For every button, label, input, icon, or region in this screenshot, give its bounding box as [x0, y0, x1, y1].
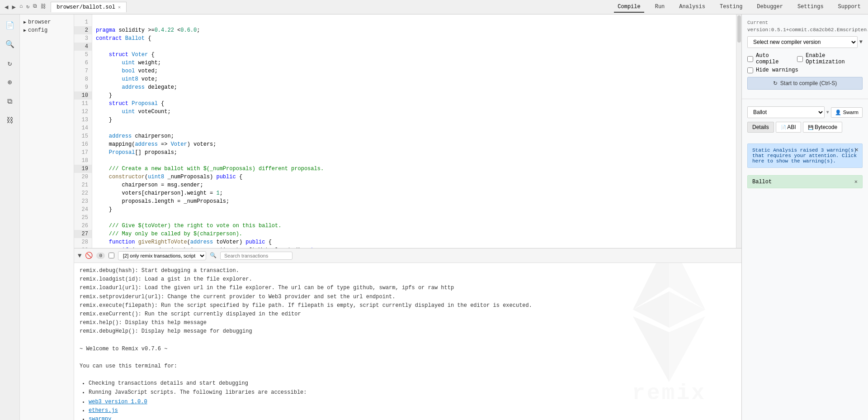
ln-23: 23 — [74, 197, 92, 205]
ln-1: 1 — [74, 18, 92, 26]
web3-link[interactable]: web3 version 1.0.0 — [89, 399, 147, 405]
code-line-18: /// Create a new ballot with $(_numPropo… — [96, 166, 324, 172]
code-line-1: pragma solidity >=0.4.22 <0.6.0; — [96, 27, 200, 33]
menu-bar: Compile Run Analysis Testing Debugger Se… — [614, 2, 864, 13]
code-line-15: mapping(address => Voter) voters; — [96, 141, 216, 148]
config-arrow: ▶ — [24, 28, 26, 33]
ln-9: 9 — [74, 83, 92, 91]
contract-row: Ballot ▼ 👤 Swarm — [747, 106, 863, 118]
contract-select[interactable]: Ballot — [747, 106, 825, 118]
menu-settings[interactable]: Settings — [794, 2, 827, 13]
console-use-label: You can use this terminal for: — [80, 362, 736, 371]
warning-banner[interactable]: Static Analysis raised 3 warning(s) that… — [747, 143, 863, 168]
console-line-8: remix.debugHelp(): Display help message … — [80, 327, 736, 336]
compiler-version-select[interactable]: Select new compiler version — [747, 36, 858, 48]
editor-container[interactable]: 1 2 3 4 5 6 7 8 9 10 11 12 13 14 15 16 1 — [74, 14, 741, 248]
code-line-27: function giveRightToVote(address toVoter… — [96, 239, 272, 245]
home-button[interactable]: ⌂ — [19, 2, 24, 12]
code-line-7: uint8 vote; — [96, 76, 158, 82]
swarm-button[interactable]: 👤 Swarm — [831, 107, 863, 118]
swarm-label: Swarm — [843, 110, 859, 115]
copy-button[interactable]: ⧉ — [32, 2, 38, 12]
menu-run[interactable]: Run — [651, 2, 669, 13]
ln-7: 7 — [74, 67, 92, 75]
tree-item-browser[interactable]: ▶ browser — [22, 18, 72, 26]
forward-button[interactable]: ▶ — [11, 2, 16, 12]
ln-28: 28 — [74, 238, 92, 246]
hide-warnings-checkbox[interactable] — [747, 67, 753, 73]
console-filter-select[interactable]: [2] only remix transactions, script — [118, 251, 206, 260]
console-search-input[interactable] — [220, 252, 292, 260]
ln-2: 2 — [74, 26, 92, 34]
topbar: ◀ ▶ ⌂ ↻ ⧉ ⛓ browser/ballot.sol ✕ Compile… — [0, 0, 868, 14]
compile-button-label: Start to compile (Ctrl-S) — [780, 80, 837, 86]
nav-arrows: ◀ ▶ ⌂ ↻ ⧉ ⛓ — [4, 2, 47, 12]
console-line-6: remix.exeCurrent(): Run the script curre… — [80, 310, 736, 319]
editor-scrollbar[interactable] — [736, 14, 741, 248]
console-checkbox[interactable] — [108, 253, 114, 258]
code-content[interactable]: pragma solidity >=0.4.22 <0.6.0; contrac… — [92, 14, 736, 248]
console-clear-btn[interactable]: 🚫 — [85, 252, 93, 259]
auto-compile-checkbox[interactable] — [747, 56, 753, 62]
tab-bar: browser/ballot.sol ✕ — [51, 2, 610, 12]
link-button[interactable]: ⛓ — [40, 2, 47, 12]
code-line-14: address chairperson; — [96, 133, 174, 139]
ln-6: 6 — [74, 59, 92, 67]
tab-close-button[interactable]: ✕ — [118, 5, 121, 10]
ln-24: 24 — [74, 205, 92, 214]
menu-support[interactable]: Support — [835, 2, 864, 13]
version-select-arrow-icon: ▼ — [859, 39, 863, 45]
code-line-24 — [96, 215, 99, 221]
active-tab[interactable]: browser/ballot.sol ✕ — [51, 2, 127, 12]
current-label: Current — [747, 20, 863, 25]
console-toolbar: ▼ 🚫 0 [2] only remix transactions, scrip… — [74, 248, 741, 263]
version-select-row: Select new compiler version ▼ — [747, 36, 863, 48]
enable-opt-label: Enable Optimization — [806, 52, 863, 65]
code-line-19: constructor(uint8 _numProposals) public … — [96, 174, 242, 180]
back-button[interactable]: ◀ — [4, 2, 9, 12]
console-sublink-3: swarmpy — [89, 415, 736, 420]
menu-compile[interactable]: Compile — [614, 2, 644, 13]
details-tab-button[interactable]: Details — [747, 122, 774, 133]
contract-tabs: Details 📄 ABI 💾 Bytecode — [747, 122, 863, 133]
refresh-button[interactable]: ↻ — [25, 2, 30, 12]
ln-20: 20 — [74, 173, 92, 181]
warning-text: Static Analysis raised 3 warning(s) that… — [752, 148, 857, 164]
git-icon[interactable]: ↻ — [3, 56, 17, 71]
code-line-28: if (msg.sender != chairperson || voters[… — [96, 247, 327, 248]
ln-8: 8 — [74, 75, 92, 83]
ethers-link[interactable]: ethers.js — [89, 407, 118, 414]
menu-debugger[interactable]: Debugger — [753, 2, 787, 13]
ballot-badge-close-button[interactable]: ✕ — [854, 178, 858, 185]
console-collapse-btn[interactable]: ▼ — [78, 252, 81, 259]
console-line-7: remix.help(): Display this help message — [80, 319, 736, 327]
abi-tab-button[interactable]: 📄 ABI — [776, 122, 801, 133]
enable-opt-checkbox[interactable] — [797, 56, 803, 62]
browser-label: browser — [28, 19, 51, 25]
ln-29: 29 — [74, 246, 92, 248]
search-icon[interactable]: 🔍 — [3, 37, 17, 52]
console-output[interactable]: remix.debug(hash): Start debugging a tra… — [74, 263, 741, 420]
console-line-2: remix.loadgist(id): Load a gist in the f… — [80, 275, 736, 284]
bytecode-tab-button[interactable]: 💾 Bytecode — [803, 122, 842, 133]
ln-11: 11 — [74, 100, 92, 108]
console-bullets: Checking transactions details and start … — [89, 379, 736, 396]
compile-button[interactable]: ↻ Start to compile (Ctrl-S) — [747, 77, 863, 90]
left-panel: 📄 🔍 ↻ ⊕ ⧉ ⛓ ▶ browser ▶ config — [0, 14, 74, 420]
menu-analysis[interactable]: Analysis — [675, 2, 709, 13]
file-icon[interactable]: 📄 — [3, 18, 17, 33]
ln-15: 15 — [74, 132, 92, 140]
ln-22: 22 — [74, 189, 92, 197]
copy2-icon[interactable]: ⧉ — [3, 94, 17, 109]
auto-compile-label: Auto compile — [756, 52, 792, 65]
ln-12: 12 — [74, 108, 92, 116]
ln-10: 10 — [74, 91, 92, 100]
menu-testing[interactable]: Testing — [716, 2, 746, 13]
tree-item-config[interactable]: ▶ config — [22, 26, 72, 34]
warning-close-button[interactable]: ✕ — [855, 146, 859, 153]
ln-26: 26 — [74, 222, 92, 230]
link2-icon[interactable]: ⛓ — [3, 113, 17, 128]
current-version: version:0.5.1+commit.c8a2cb62.Emscripten… — [747, 27, 863, 33]
swarmpy-link[interactable]: swarmpy — [89, 416, 111, 420]
plugin-icon[interactable]: ⊕ — [3, 75, 17, 90]
